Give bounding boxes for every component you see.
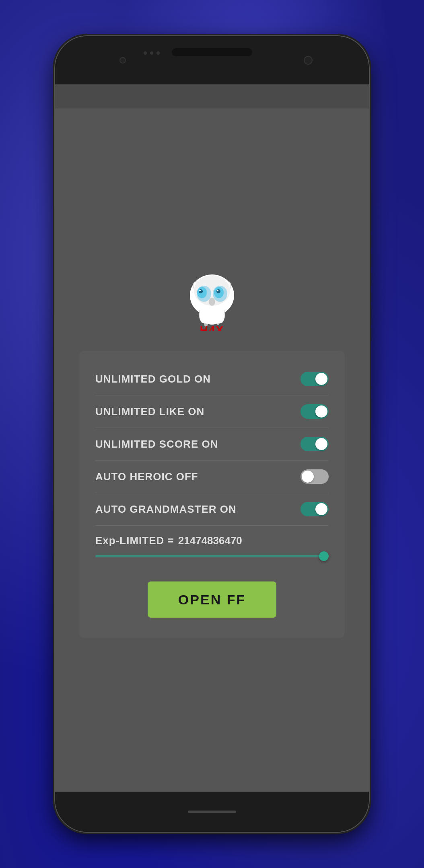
svg-text:H4X: H4X [200, 324, 224, 331]
toggle-knob-unlimited-gold [315, 373, 327, 385]
toggle-row-unlimited-gold: UNLIMITED GOLD ON [95, 363, 329, 395]
toggle-label-unlimited-gold: UNLIMITED GOLD ON [95, 373, 211, 385]
toggle-label-auto-grandmaster: AUTO GRANDMASTER ON [95, 503, 237, 516]
exp-label: Exp-LIMITED = [95, 534, 174, 547]
front-camera-right [304, 56, 313, 65]
svg-point-5 [199, 290, 201, 291]
svg-point-9 [217, 290, 218, 291]
toggle-switch-auto-heroic[interactable] [301, 469, 329, 484]
exp-value: 21474836470 [178, 534, 242, 547]
phone-top [55, 36, 369, 84]
toggle-switch-unlimited-score[interactable] [301, 437, 329, 451]
phone-frame: H4X UNLIMITED GOLD ON UNLIMITED LIKE ON [55, 36, 369, 832]
slider-thumb[interactable] [319, 551, 329, 561]
toggle-row-auto-grandmaster: AUTO GRANDMASTER ON [95, 493, 329, 526]
toggle-knob-auto-grandmaster [315, 503, 327, 515]
svg-point-4 [199, 289, 203, 293]
toggle-knob-auto-heroic [302, 471, 314, 483]
toggle-row-unlimited-score: UNLIMITED SCORE ON [95, 428, 329, 461]
app-container: H4X UNLIMITED GOLD ON UNLIMITED LIKE ON [55, 108, 369, 792]
exp-row: Exp-LIMITED = 21474836470 [95, 526, 329, 551]
logo-container: H4X [176, 262, 248, 335]
dot-3 [156, 51, 160, 55]
main-card: UNLIMITED GOLD ON UNLIMITED LIKE ON UNLI… [79, 351, 345, 638]
dot-1 [144, 51, 147, 55]
toggle-knob-unlimited-like [315, 405, 327, 418]
toggle-label-unlimited-score: UNLIMITED SCORE ON [95, 438, 218, 450]
svg-point-10 [209, 298, 215, 306]
slider-track[interactable] [95, 555, 329, 557]
toggle-switch-unlimited-like[interactable] [301, 404, 329, 419]
toggle-switch-auto-grandmaster[interactable] [301, 502, 329, 516]
toggle-knob-unlimited-score [315, 438, 327, 450]
skull-logo: H4X [180, 266, 244, 331]
open-ff-button[interactable]: OPEN FF [148, 581, 276, 618]
phone-screen: H4X UNLIMITED GOLD ON UNLIMITED LIKE ON [55, 84, 369, 792]
toggle-label-auto-heroic: AUTO HEROIC OFF [95, 471, 198, 483]
toggle-row-unlimited-like: UNLIMITED LIKE ON [95, 395, 329, 428]
notch [172, 48, 252, 56]
phone-bottom [55, 792, 369, 832]
toggle-switch-unlimited-gold[interactable] [301, 372, 329, 386]
svg-point-8 [216, 289, 220, 293]
toggle-label-unlimited-like: UNLIMITED LIKE ON [95, 405, 204, 418]
toggle-row-auto-heroic: AUTO HEROIC OFF [95, 461, 329, 493]
front-dots [144, 51, 160, 55]
front-camera-left [119, 57, 126, 63]
dot-2 [150, 51, 153, 55]
exp-slider-container [95, 551, 329, 569]
home-indicator [188, 811, 236, 813]
